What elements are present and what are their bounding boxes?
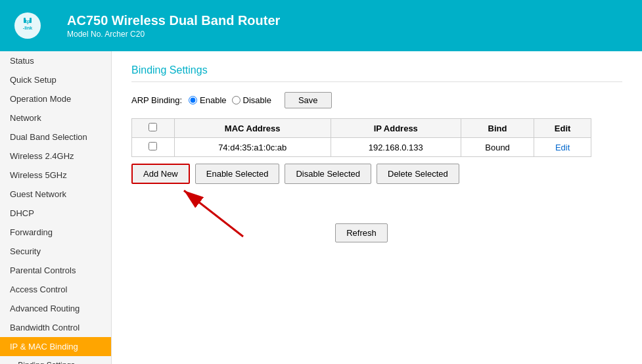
add-new-button[interactable]: Add New	[131, 164, 190, 184]
sidebar-item-security[interactable]: Security	[0, 242, 111, 261]
header: tp -link AC750 Wireless Dual Band Router…	[0, 0, 642, 51]
row-checkbox[interactable]	[149, 142, 157, 150]
arp-binding-row: ARP Binding: Enable Disable Save	[131, 92, 622, 108]
sidebar-item-status[interactable]: Status	[0, 51, 111, 70]
annotation-arrow-svg	[151, 184, 283, 243]
mac-address-cell: 74:d4:35:a1:0c:ab	[174, 138, 331, 157]
sidebar-item-wireless-5[interactable]: Wireless 5GHz	[0, 166, 111, 185]
ip-address-cell: 192.168.0.133	[331, 138, 461, 157]
col-ip: IP Address	[331, 119, 461, 138]
svg-rect-3	[24, 18, 26, 23]
svg-line-6	[184, 191, 243, 237]
header-title: AC750 Wireless Dual Band Router	[67, 13, 280, 28]
sidebar-item-dhcp[interactable]: DHCP	[0, 204, 111, 223]
sidebar: Status Quick Setup Operation Mode Networ…	[0, 51, 112, 364]
col-edit: Edit	[534, 119, 591, 138]
logo-area: tp -link	[13, 11, 47, 40]
enable-radio[interactable]	[189, 96, 197, 104]
sidebar-item-forwarding[interactable]: Forwarding	[0, 223, 111, 242]
header-subtitle: Model No. Archer C20	[67, 30, 280, 39]
select-all-checkbox[interactable]	[149, 123, 157, 131]
save-button[interactable]: Save	[285, 92, 332, 108]
col-bind: Bind	[461, 119, 534, 138]
buttons-row: Add New Enable Selected Disable Selected…	[131, 164, 591, 184]
arrow-annotation	[131, 197, 622, 256]
sidebar-item-access-control[interactable]: Access Control	[0, 280, 111, 299]
delete-selected-button[interactable]: Delete Selected	[377, 164, 459, 184]
main-container: Status Quick Setup Operation Mode Networ…	[0, 51, 642, 364]
header-title-area: AC750 Wireless Dual Band Router Model No…	[67, 13, 280, 39]
svg-rect-4	[30, 18, 32, 23]
disable-radio-label: Disable	[243, 95, 271, 105]
enable-selected-button[interactable]: Enable Selected	[195, 164, 280, 184]
disable-radio[interactable]	[232, 96, 241, 104]
sidebar-item-advanced-routing[interactable]: Advanced Routing	[0, 299, 111, 318]
disable-radio-option[interactable]: Disable	[232, 95, 271, 105]
edit-cell: Edit	[534, 138, 591, 157]
table-row: 74:d4:35:a1:0c:ab 192.168.0.133 Bound Ed…	[132, 138, 591, 157]
sidebar-item-operation-mode[interactable]: Operation Mode	[0, 89, 111, 108]
svg-text:tp: tp	[25, 18, 30, 24]
enable-radio-option[interactable]: Enable	[189, 95, 226, 105]
col-checkbox	[132, 119, 175, 138]
disable-selected-button[interactable]: Disable Selected	[285, 164, 371, 184]
sidebar-item-quick-setup[interactable]: Quick Setup	[0, 70, 111, 89]
col-mac: MAC Address	[174, 119, 331, 138]
table-header-row: MAC Address IP Address Bind Edit	[132, 119, 591, 138]
sidebar-item-network[interactable]: Network	[0, 108, 111, 127]
sidebar-item-ip-mac-binding[interactable]: IP & MAC Binding	[0, 337, 111, 356]
content-area: Binding Settings ARP Binding: Enable Dis…	[112, 51, 642, 364]
enable-radio-label: Enable	[200, 95, 226, 105]
sidebar-item-parental-controls[interactable]: Parental Controls	[0, 261, 111, 280]
sidebar-item-bandwidth-control[interactable]: Bandwidth Control	[0, 318, 111, 337]
binding-table: MAC Address IP Address Bind Edit 74:d4:3…	[131, 118, 591, 157]
sidebar-item-guest-network[interactable]: Guest Network	[0, 185, 111, 204]
bind-status-cell: Bound	[461, 138, 534, 157]
sidebar-item-wireless-24[interactable]: Wireless 2.4GHz	[0, 147, 111, 166]
sidebar-item-binding-settings[interactable]: - Binding Settings	[0, 356, 111, 364]
radio-group: Enable Disable	[189, 95, 271, 105]
sidebar-item-dual-band[interactable]: Dual Band Selection	[0, 127, 111, 147]
arp-binding-label: ARP Binding:	[131, 95, 182, 105]
edit-link[interactable]: Edit	[555, 143, 570, 152]
page-title: Binding Settings	[131, 64, 622, 82]
tplink-logo-icon: tp -link	[13, 11, 42, 40]
row-checkbox-cell	[132, 138, 175, 157]
svg-text:-link: -link	[23, 26, 32, 30]
